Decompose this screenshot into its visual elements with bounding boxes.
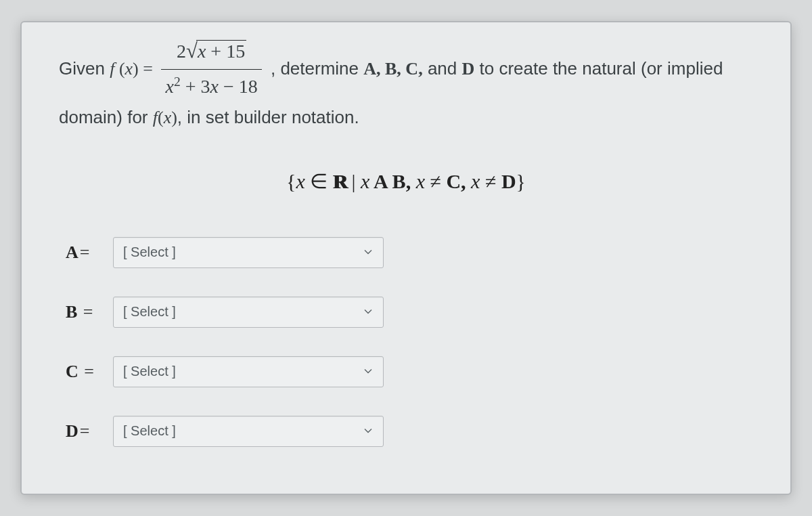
sb-x2: x xyxy=(361,170,369,192)
select-b-placeholder: [ Select ] xyxy=(123,304,176,320)
answer-grid: A= [ Select ] B = [ Select ] xyxy=(59,237,753,447)
select-d[interactable]: [ Select ] xyxy=(113,416,384,447)
sb-elem: ∈ xyxy=(305,170,333,192)
select-c-placeholder: [ Select ] xyxy=(123,364,176,379)
chevron-down-icon xyxy=(364,248,374,257)
sb-neq1: ≠ xyxy=(425,170,446,192)
label-d: D= xyxy=(66,421,113,442)
sb-d: D xyxy=(501,170,516,192)
select-c[interactable]: [ Select ] xyxy=(113,356,384,387)
select-wrap-d: [ Select ] xyxy=(113,416,384,447)
answer-row-c: C = [ Select ] xyxy=(66,356,753,387)
math-fx-equals: f (x) = xyxy=(110,59,157,79)
label-b: B = xyxy=(66,302,113,322)
chevron-down-icon xyxy=(364,367,374,377)
sb-reals: R xyxy=(333,170,346,193)
sb-ab: A B, xyxy=(369,170,415,192)
chevron-down-icon xyxy=(364,307,374,317)
text-determine: , determine xyxy=(271,58,363,79)
answer-row-d: D= [ Select ] xyxy=(66,416,753,447)
question-card: Given f (x) = 2√x + 15 x2 + 3x − 18 , de… xyxy=(20,21,792,495)
select-a-placeholder: [ Select ] xyxy=(123,244,176,260)
brace-open: { xyxy=(286,170,296,192)
math-fraction: 2√x + 15 x2 + 3x − 18 xyxy=(161,35,261,102)
sb-bar: | xyxy=(346,170,361,192)
chevron-down-icon xyxy=(364,427,374,436)
select-a[interactable]: [ Select ] xyxy=(113,237,384,268)
text-and: and xyxy=(428,58,462,79)
label-c: C = xyxy=(66,362,113,382)
question-prompt: Given f (x) = 2√x + 15 x2 + 3x − 18 , de… xyxy=(59,36,753,132)
select-wrap-a: [ Select ] xyxy=(113,237,384,268)
sb-x4: x xyxy=(471,170,480,192)
vars-abc: A, B, C, xyxy=(363,59,422,79)
text-given: Given xyxy=(59,58,110,79)
frac-num-coeff: 2 xyxy=(177,41,186,62)
select-d-placeholder: [ Select ] xyxy=(123,423,176,439)
sb-x1: x xyxy=(296,170,304,192)
answer-row-a: A= [ Select ] xyxy=(66,237,753,268)
answer-row-b: B = [ Select ] xyxy=(66,297,753,328)
set-builder-notation: {x ∈ R | x A B, x ≠ C, x ≠ D} xyxy=(59,169,753,193)
var-d: D xyxy=(461,59,474,79)
sb-neq2: ≠ xyxy=(480,170,501,192)
sb-c: C, xyxy=(446,170,471,192)
text-tail: , in set builder notation. xyxy=(177,107,359,127)
sb-x3: x xyxy=(416,170,425,192)
math-fx-ref: f(x) xyxy=(153,108,177,127)
select-b[interactable]: [ Select ] xyxy=(113,297,384,328)
label-a: A= xyxy=(66,242,113,263)
brace-close: } xyxy=(516,170,526,192)
select-wrap-b: [ Select ] xyxy=(113,297,384,328)
select-wrap-c: [ Select ] xyxy=(113,356,384,387)
